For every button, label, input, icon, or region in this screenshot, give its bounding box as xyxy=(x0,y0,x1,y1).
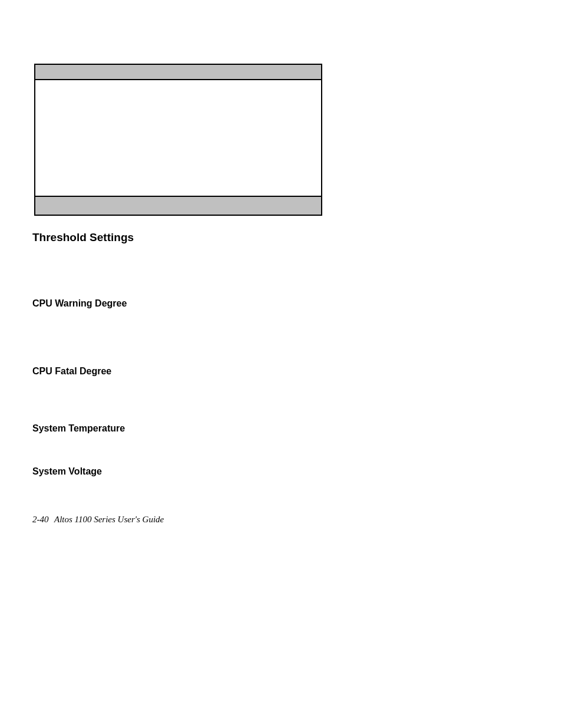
page-footer: 2-40 Altos 1100 Series User's Guide xyxy=(32,515,164,525)
heading-threshold-settings: Threshold Settings xyxy=(32,231,134,244)
footer-page-number: 2-40 xyxy=(32,515,49,524)
heading-system-temperature: System Temperature xyxy=(32,423,125,434)
figure-bottom-band xyxy=(35,197,321,215)
figure-placeholder xyxy=(34,64,322,216)
figure-middle-area xyxy=(35,80,321,197)
figure-top-band xyxy=(35,65,321,80)
footer-title: Altos 1100 Series User's Guide xyxy=(54,515,164,524)
heading-cpu-fatal-degree: CPU Fatal Degree xyxy=(32,366,111,377)
heading-cpu-warning-degree: CPU Warning Degree xyxy=(32,298,127,309)
document-page: Threshold Settings CPU Warning Degree CP… xyxy=(0,0,562,728)
heading-system-voltage: System Voltage xyxy=(32,466,102,477)
